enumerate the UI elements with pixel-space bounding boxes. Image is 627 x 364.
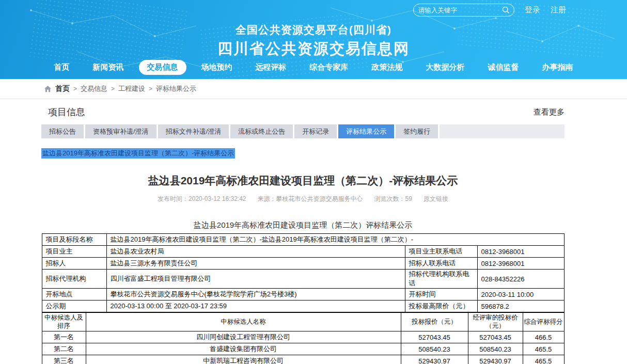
content-container: 项目信息 查看更多 招标公告 资格预审补遗/澄清 招标文件补遗/澄清 流标或终止…: [41, 106, 565, 364]
info-value: 盐边县三源水务有限责任公司: [106, 258, 405, 270]
info-label: 公示期: [42, 300, 106, 312]
original-link[interactable]: 原文链接: [424, 195, 448, 203]
nav-item-big-data[interactable]: 大数据分析: [418, 60, 473, 75]
tab-filler: [440, 124, 565, 138]
info-value: 2020-03-13 00:00 至 2020-03-17 23:59: [106, 300, 405, 312]
table-row: 项目业主 盐边县农业农村局 项目业主联系电话 0812-3968001: [42, 246, 564, 258]
table-row: 招标代理机构 四川省富盛工程项目管理有限公司 招标代理机构联系电话 028-84…: [42, 270, 564, 289]
score: 466.5: [523, 331, 564, 343]
main-nav: 首页 新闻资讯 交易信息 场地预约 远程评标 综合专家库 政策法规 大数据分析 …: [0, 60, 627, 75]
selected-result-link[interactable]: 盐边县2019年高标准农田建设项目监理（第二次）-评标结果公示: [41, 148, 235, 159]
breadcrumb-separator: >: [149, 85, 152, 92]
breadcrumb-trade-info[interactable]: 交易信息: [81, 84, 107, 93]
table-row: 第三名 中新凯瑞工程咨询有限公司 529430.97 529430.97 465…: [42, 355, 564, 364]
candidate-name: 四川同创建设工程管理有限公司: [86, 331, 401, 343]
breadcrumb-evaluation-result[interactable]: 评标结果公示: [156, 84, 196, 93]
breadcrumb-separator: >: [111, 85, 115, 92]
site-title: 四川省公共资源交易信息网: [0, 39, 627, 59]
evaluated-price: 508540.23: [468, 343, 523, 355]
info-value: 028-84352226: [477, 270, 564, 289]
section-title: 项目信息: [41, 106, 85, 118]
view-count: 浏览次数：59: [374, 195, 412, 203]
col-bid-price: 投标报价（元）: [401, 313, 468, 331]
info-value: 0812-3968001: [477, 258, 564, 270]
site-subtitle: 全国公共资源交易平台(四川省): [0, 23, 627, 37]
article-meta: 发布时间：2020-03-12 16:32:42 来源：攀枝花市公共资源交易服务…: [41, 195, 565, 203]
register-link[interactable]: 注册: [551, 5, 566, 15]
bid-price: 527043.45: [401, 331, 468, 343]
topbar: 登录 注册: [413, 4, 566, 17]
result-list: 盐边县2019年高标准农田建设项目监理（第二次）-评标结果公示: [41, 148, 565, 159]
tab-bid-doc-addendum[interactable]: 招标文件补遗/澄清: [158, 124, 229, 138]
nav-item-guide[interactable]: 办事指南: [534, 60, 582, 75]
info-label: 招标代理机构: [42, 270, 106, 289]
login-link[interactable]: 登录: [525, 5, 540, 15]
table-row: 公示期 2020-03-13 00:00 至 2020-03-17 23:59 …: [42, 300, 564, 312]
info-label: 项目业主: [42, 246, 106, 258]
tab-evaluation-result[interactable]: 评标结果公示: [338, 124, 394, 138]
nav-item-news[interactable]: 新闻资讯: [85, 60, 132, 75]
info-value: 四川省富盛工程项目管理有限公司: [106, 270, 405, 289]
info-label: 招标人联系电话: [405, 258, 477, 270]
nav-item-integrity[interactable]: 诚信监督: [480, 60, 527, 75]
table-row: 招标人 盐边县三源水务有限责任公司 招标人联系电话 0812-3968001: [42, 258, 564, 270]
candidates-table: 中标候选人及排序 中标候选人名称 投标报价（元） 经评审的投标价（元） 综合评标…: [42, 312, 565, 364]
info-value: 2020-03-11 10:00: [477, 289, 564, 300]
info-value: 盐边县2019年高标准农田建设项目监理（第二次）-盐边县2019年高标准农田建设…: [106, 234, 564, 246]
tab-prequalification-addendum[interactable]: 资格预审补遗/澄清: [85, 124, 156, 138]
nav-item-trade-info[interactable]: 交易信息: [139, 60, 186, 75]
tab-bid-opening-record[interactable]: 开标记录: [294, 124, 337, 138]
evaluated-price: 527043.45: [468, 331, 523, 343]
info-label: 项目及标段名称: [42, 234, 106, 246]
breadcrumb-separator: >: [73, 85, 77, 92]
breadcrumb-home[interactable]: 首页: [55, 84, 70, 93]
evaluated-price: 529430.97: [468, 355, 523, 364]
info-value: 0812-3968001: [477, 246, 564, 258]
info-label: 投标最高限价（元）: [405, 300, 477, 312]
table-row: 项目及标段名称 盐边县2019年高标准农田建设项目监理（第二次）-盐边县2019…: [42, 234, 564, 246]
nav-item-expert-pool[interactable]: 综合专家库: [302, 60, 357, 75]
rank: 第三名: [42, 355, 86, 364]
tab-bid-announcement[interactable]: 招标公告: [41, 124, 84, 138]
bid-price: 508540.23: [401, 343, 468, 355]
table-header-row: 中标候选人及排序 中标候选人名称 投标报价（元） 经评审的投标价（元） 综合评标…: [42, 313, 564, 331]
rank: 第一名: [42, 331, 86, 343]
breadcrumb-engineering[interactable]: 工程建设: [118, 84, 145, 93]
nav-item-policies[interactable]: 政策法规: [364, 60, 411, 75]
project-tabs: 招标公告 资格预审补遗/澄清 招标文件补遗/澄清 流标或终止公告 开标记录 评标…: [41, 124, 565, 138]
score: 465.5: [523, 355, 564, 364]
nav-item-venue-booking[interactable]: 场地预约: [193, 60, 241, 75]
info-value: 攀枝花市公共资源交易服务中心(攀枝花学院学府广场2号楼3楼): [106, 289, 405, 300]
table-row: 第二名 首盛建设集团有限公司 508540.23 508540.23 465.5: [42, 343, 564, 355]
bid-price: 529430.97: [401, 355, 468, 364]
search-input[interactable]: [418, 7, 501, 14]
search-box[interactable]: [413, 4, 514, 17]
project-info-table: 项目及标段名称 盐边县2019年高标准农田建设项目监理（第二次）-盐边县2019…: [42, 233, 565, 312]
tab-contract-performance[interactable]: 签约履行: [396, 124, 438, 138]
col-candidate-name: 中标候选人名称: [86, 313, 401, 331]
search-icon[interactable]: [501, 6, 510, 14]
view-more-link[interactable]: 查看更多: [534, 107, 565, 117]
source: 来源：攀枝花市公共资源交易服务中心: [258, 195, 363, 203]
candidate-name: 首盛建设集团有限公司: [86, 343, 401, 355]
info-value: 596878.2: [477, 300, 564, 312]
site-header: 登录 注册 全国公共资源交易平台(四川省) 四川省公共资源交易信息网 首页 新闻…: [0, 0, 627, 79]
tab-failed-terminated[interactable]: 流标或终止公告: [230, 124, 293, 138]
info-label: 开标地点: [42, 289, 106, 300]
nav-item-home[interactable]: 首页: [46, 60, 78, 75]
col-evaluated-price: 经评审的投标价（元）: [468, 313, 523, 331]
col-score: 综合评标得分: [523, 313, 564, 331]
breadcrumb: 首页 > 交易信息 > 工程建设 > 评标结果公示: [0, 79, 627, 99]
table-row: 开标地点 攀枝花市公共资源交易服务中心(攀枝花学院学府广场2号楼3楼) 开标时间…: [42, 289, 564, 300]
table-row: 第一名 四川同创建设工程管理有限公司 527043.45 527043.45 4…: [42, 331, 564, 343]
publish-time: 发布时间：2020-03-12 16:32:42: [158, 195, 246, 203]
info-label: 开标时间: [405, 289, 477, 300]
col-rank: 中标候选人及排序: [42, 313, 86, 331]
article-title: 盐边县2019年高标准农田建设项目监理（第二次）-评标结果公示: [41, 173, 565, 188]
home-icon[interactable]: [44, 85, 52, 93]
nav-item-remote-evaluation[interactable]: 远程评标: [247, 60, 295, 75]
info-value: 盐边县农业农村局: [106, 246, 405, 258]
result-table-title: 盐边县2019年高标准农田建设项目监理（第二次）评标结果公示: [41, 220, 565, 230]
rank: 第二名: [42, 343, 86, 355]
score: 465.5: [523, 343, 564, 355]
